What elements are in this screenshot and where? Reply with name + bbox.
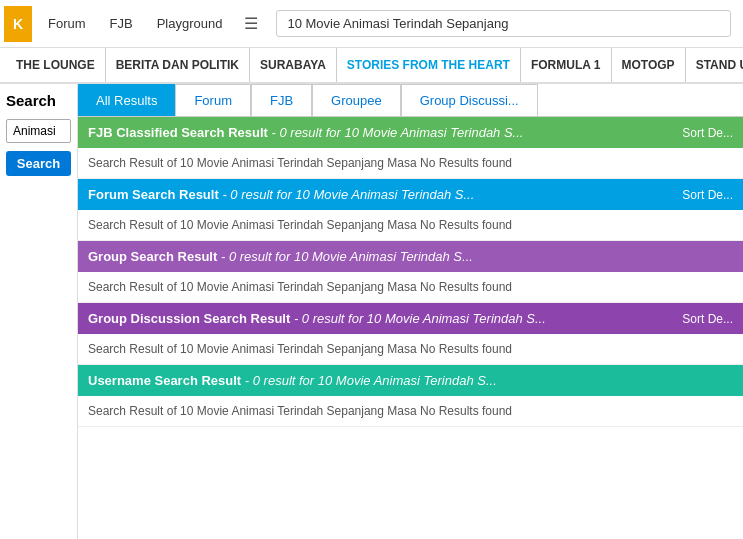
result-title-group: Group Search Result - 0 result for 10 Mo…: [88, 249, 473, 264]
result-body-username: Search Result of 10 Movie Animasi Terind…: [78, 396, 743, 426]
result-title-fjb: FJB Classified Search Result - 0 result …: [88, 125, 523, 140]
second-nav-berita[interactable]: BERITA DAN POLITIK: [106, 48, 250, 82]
result-title-text-forum: Forum Search Result: [88, 187, 219, 202]
second-nav-formula1[interactable]: FORMULA 1: [521, 48, 612, 82]
result-body-group-discussion: Search Result of 10 Movie Animasi Terind…: [78, 334, 743, 364]
sidebar-search-button[interactable]: Search: [6, 151, 71, 176]
sidebar-title: Search: [6, 92, 71, 109]
result-subtitle-group: - 0 result for 10 Movie Animasi Terindah…: [221, 249, 473, 264]
sidebar-search-input[interactable]: [6, 119, 71, 143]
result-group-discussion: Group Discussion Search Result - 0 resul…: [78, 303, 743, 365]
content-area: All Results Forum FJB Groupee Group Disc…: [78, 84, 743, 539]
second-nav: THE LOUNGE BERITA DAN POLITIK SURABAYA S…: [0, 48, 743, 84]
nav-forum[interactable]: Forum: [36, 16, 98, 31]
result-body-fjb: Search Result of 10 Movie Animasi Terind…: [78, 148, 743, 178]
second-nav-surabaya[interactable]: SURABAYA: [250, 48, 337, 82]
result-title-group-discussion: Group Discussion Search Result - 0 resul…: [88, 311, 546, 326]
result-header-group-discussion: Group Discussion Search Result - 0 resul…: [78, 303, 743, 334]
result-forum: Forum Search Result - 0 result for 10 Mo…: [78, 179, 743, 241]
result-sort-fjb: Sort De...: [682, 126, 733, 140]
result-header-username: Username Search Result - 0 result for 10…: [78, 365, 743, 396]
tab-forum[interactable]: Forum: [175, 84, 251, 116]
result-body-group: Search Result of 10 Movie Animasi Terind…: [78, 272, 743, 302]
tab-groupee[interactable]: Groupee: [312, 84, 401, 116]
result-subtitle-group-discussion: - 0 result for 10 Movie Animasi Terindah…: [294, 311, 546, 326]
top-search-input[interactable]: [276, 10, 731, 37]
logo[interactable]: K: [4, 6, 32, 42]
result-header-group: Group Search Result - 0 result for 10 Mo…: [78, 241, 743, 272]
second-nav-lounge[interactable]: THE LOUNGE: [6, 48, 106, 82]
sidebar: Search Search: [0, 84, 78, 539]
hamburger-icon[interactable]: ☰: [234, 14, 268, 33]
tab-all-results[interactable]: All Results: [78, 84, 175, 116]
result-subtitle-fjb: - 0 result for 10 Movie Animasi Terindah…: [272, 125, 524, 140]
main-layout: Search Search All Results Forum FJB Grou…: [0, 84, 743, 539]
result-title-text-group: Group Search Result: [88, 249, 217, 264]
tab-fjb[interactable]: FJB: [251, 84, 312, 116]
result-title-text-fjb: FJB Classified Search Result: [88, 125, 268, 140]
second-nav-stand[interactable]: STAND U: [686, 48, 743, 82]
result-title-text-group-discussion: Group Discussion Search Result: [88, 311, 290, 326]
tab-group-discussion[interactable]: Group Discussi...: [401, 84, 538, 116]
second-nav-stories[interactable]: STORIES FROM THE HEART: [337, 48, 521, 82]
result-header-fjb: FJB Classified Search Result - 0 result …: [78, 117, 743, 148]
result-group: Group Search Result - 0 result for 10 Mo…: [78, 241, 743, 303]
tab-bar: All Results Forum FJB Groupee Group Disc…: [78, 84, 743, 117]
result-sort-forum: Sort De...: [682, 188, 733, 202]
result-title-username: Username Search Result - 0 result for 10…: [88, 373, 497, 388]
result-header-forum: Forum Search Result - 0 result for 10 Mo…: [78, 179, 743, 210]
nav-playground[interactable]: Playground: [145, 16, 235, 31]
result-title-text-username: Username Search Result: [88, 373, 241, 388]
result-sort-group-discussion: Sort De...: [682, 312, 733, 326]
result-title-forum: Forum Search Result - 0 result for 10 Mo…: [88, 187, 474, 202]
result-subtitle-username: - 0 result for 10 Movie Animasi Terindah…: [245, 373, 497, 388]
result-username: Username Search Result - 0 result for 10…: [78, 365, 743, 427]
nav-fjb[interactable]: FJB: [98, 16, 145, 31]
result-body-forum: Search Result of 10 Movie Animasi Terind…: [78, 210, 743, 240]
result-subtitle-forum: - 0 result for 10 Movie Animasi Terindah…: [222, 187, 474, 202]
top-nav: K Forum FJB Playground ☰: [0, 0, 743, 48]
second-nav-motogp[interactable]: MOTOGP: [612, 48, 686, 82]
result-fjb: FJB Classified Search Result - 0 result …: [78, 117, 743, 179]
